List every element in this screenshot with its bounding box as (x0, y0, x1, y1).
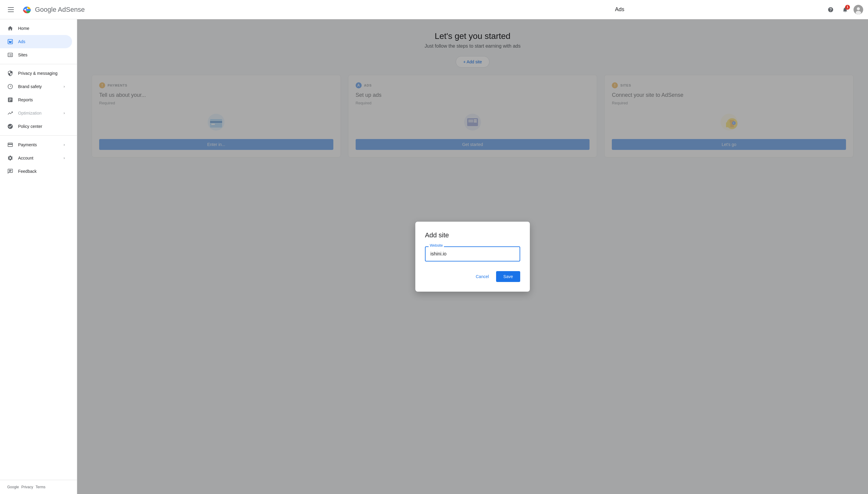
optimization-icon (7, 110, 13, 116)
sidebar-label-ads: Ads (18, 39, 25, 44)
avatar[interactable] (853, 5, 863, 15)
website-input[interactable] (425, 246, 520, 262)
sidebar-divider-2 (0, 135, 77, 136)
sidebar-item-privacy[interactable]: Privacy & messaging (0, 66, 72, 80)
ads-icon (7, 39, 13, 45)
sites-icon (7, 52, 13, 58)
add-site-dialog: Add site Website Cancel Save (415, 222, 530, 292)
sidebar-label-account: Account (18, 156, 34, 160)
dialog-actions: Cancel Save (425, 271, 520, 282)
policy-icon (7, 124, 13, 129)
svg-point-4 (856, 11, 861, 15)
website-field-label: Website (429, 243, 444, 248)
reports-icon (7, 97, 13, 103)
sidebar-item-home[interactable]: Home (0, 22, 72, 35)
topbar-page-title: Ads (615, 6, 624, 13)
expand-icon-account: › (64, 156, 65, 160)
hamburger-icon (5, 5, 16, 15)
svg-rect-1 (26, 9, 31, 11)
footer-links: Google Privacy Terms (0, 482, 77, 492)
notification-badge: 1 (845, 5, 850, 10)
footer-google: Google (7, 485, 19, 489)
app-title: Google AdSense (35, 6, 85, 14)
account-icon (7, 155, 13, 161)
notification-button[interactable] (839, 4, 851, 16)
dialog-title: Add site (425, 231, 520, 239)
cancel-button[interactable]: Cancel (471, 271, 494, 282)
sidebar-label-payments: Payments (18, 142, 37, 147)
privacy-icon (7, 70, 13, 76)
sidebar-item-policy[interactable]: Policy center (0, 120, 72, 133)
sidebar: Home Ads Sites Privacy & messaging (0, 19, 77, 494)
sidebar-item-reports[interactable]: Reports (0, 93, 72, 107)
sidebar-label-sites: Sites (18, 53, 27, 57)
adsense-logo (20, 4, 33, 16)
content-area: Add site Website Cancel Save Let's get y… (77, 19, 868, 494)
sidebar-footer: Google Privacy Terms (0, 480, 77, 492)
sidebar-label-home: Home (18, 26, 29, 31)
avatar-icon (853, 5, 863, 15)
sidebar-label-feedback: Feedback (18, 169, 37, 174)
payments-icon (7, 142, 13, 148)
sidebar-label-optimization: Optimization (18, 111, 42, 115)
feedback-icon (7, 168, 13, 174)
sidebar-item-account[interactable]: Account › (0, 151, 72, 165)
logo-area: Google AdSense (20, 4, 85, 16)
brand-safety-icon (7, 83, 13, 90)
footer-privacy-link[interactable]: Privacy (21, 485, 33, 489)
sidebar-label-reports: Reports (18, 97, 33, 102)
website-field-wrapper: Website (425, 246, 520, 262)
sidebar-label-brand-safety: Brand safety (18, 84, 42, 89)
svg-point-3 (857, 7, 860, 10)
expand-icon-payments: › (64, 142, 65, 147)
main-layout: Home Ads Sites Privacy & messaging (0, 19, 868, 494)
modal-overlay: Add site Website Cancel Save (77, 19, 868, 494)
sidebar-item-optimization: Optimization › (0, 107, 72, 120)
sidebar-item-sites[interactable]: Sites (0, 48, 72, 61)
sidebar-divider-1 (0, 64, 77, 64)
sidebar-item-brand-safety[interactable]: Brand safety › (0, 80, 72, 93)
help-icon (828, 7, 834, 13)
sidebar-item-payments[interactable]: Payments › (0, 138, 72, 151)
topbar: Google AdSense Ads 1 (0, 0, 868, 19)
sidebar-label-privacy: Privacy & messaging (18, 71, 58, 76)
sidebar-item-ads[interactable]: Ads (0, 35, 72, 48)
help-button[interactable] (825, 4, 837, 16)
sidebar-label-policy: Policy center (18, 124, 42, 129)
footer-terms-link[interactable]: Terms (36, 485, 45, 489)
expand-icon-optimization: › (64, 111, 65, 115)
sidebar-item-feedback[interactable]: Feedback (0, 165, 72, 178)
expand-icon-brand: › (64, 84, 65, 89)
menu-button[interactable] (5, 4, 17, 16)
home-icon (7, 25, 13, 31)
save-button[interactable]: Save (496, 271, 520, 282)
notification-wrapper: 1 (839, 4, 851, 16)
